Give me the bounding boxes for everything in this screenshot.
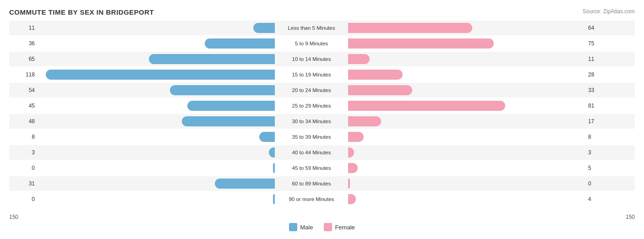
male-value: 48 [9,118,37,125]
female-value: 0 [586,180,614,187]
male-value: 8 [9,134,37,140]
female-value: 8 [586,134,614,140]
male-value: 31 [9,180,37,187]
legend: Male Female [9,223,635,231]
female-value: 4 [586,196,614,202]
female-bar [348,23,472,33]
right-bar-container [348,116,586,126]
bar-label: 35 to 39 Minutes [275,134,348,140]
male-value: 36 [9,40,37,47]
male-color-swatch [289,223,297,231]
bar-row: 31 60 to 89 Minutes 0 [9,176,635,191]
left-bar-container [37,116,275,126]
female-bar [348,163,358,173]
right-bar-container [348,101,586,111]
male-value: 65 [9,56,37,62]
bar-row: 45 25 to 29 Minutes 81 [9,98,635,113]
bar-row: 3 40 to 44 Minutes 3 [9,145,635,160]
left-bar-container [37,54,275,64]
bar-label: 40 to 44 Minutes [275,150,348,155]
left-bar-container [37,163,275,173]
legend-female: Female [324,223,355,231]
female-value: 11 [586,56,614,62]
bar-label: 90 or more Minutes [275,196,348,202]
female-value: 28 [586,71,614,78]
bars-area: 11 Less than 5 Minutes 64 36 5 to 9 Minu… [9,21,635,213]
female-bar [348,194,356,204]
female-value: 75 [586,40,614,47]
right-bar-container [348,38,586,49]
right-bar-container [348,23,586,33]
female-value: 81 [586,103,614,109]
right-bar-container [348,132,586,142]
male-value: 0 [9,196,37,202]
axis-labels: 150 150 [9,214,635,220]
right-bar-container [348,147,586,158]
female-value: 5 [586,165,614,171]
bar-row: 65 10 to 14 Minutes 11 [9,52,635,66]
male-value: 3 [9,149,37,156]
female-bar [348,116,381,126]
male-bar [149,54,275,64]
right-bar-container [348,163,586,173]
chart-title: COMMUTE TIME BY SEX IN BRIDGEPORT [9,8,635,16]
male-value: 0 [9,165,37,171]
bar-row: 0 45 to 59 Minutes 5 [9,161,635,175]
bar-label: 10 to 14 Minutes [275,56,348,62]
axis-right-label: 150 [626,214,635,220]
right-bar-container [348,85,586,95]
male-bar [259,132,275,142]
female-color-swatch [324,223,332,231]
female-bar [348,147,354,158]
bar-label: Less than 5 Minutes [275,25,348,31]
bar-label: 30 to 34 Minutes [275,119,348,124]
left-bar-container [37,132,275,142]
right-bar-container [348,194,586,204]
male-value: 45 [9,103,37,109]
bar-row: 8 35 to 39 Minutes 8 [9,130,635,144]
bar-row: 54 20 to 24 Minutes 33 [9,83,635,98]
male-bar [215,179,275,189]
male-bar [182,116,275,126]
female-bar [348,85,412,95]
female-bar [348,54,370,64]
bar-label: 15 to 19 Minutes [275,72,348,77]
bar-label: 45 to 59 Minutes [275,165,348,171]
female-bar [348,70,403,80]
axis-left-label: 150 [9,214,18,220]
right-bar-container [348,70,586,80]
female-value: 33 [586,87,614,93]
female-bar [348,132,364,142]
bar-label: 25 to 29 Minutes [275,103,348,109]
left-bar-container [37,101,275,111]
bar-row: 118 15 to 19 Minutes 28 [9,67,635,82]
female-bar [348,101,505,111]
male-bar [187,101,275,111]
male-bar [253,23,275,33]
left-bar-container [37,194,275,204]
left-bar-container [37,179,275,189]
female-value: 64 [586,25,614,31]
male-value: 11 [9,25,37,31]
left-bar-container [37,38,275,49]
female-value: 17 [586,118,614,125]
bar-label: 20 to 24 Minutes [275,87,348,93]
right-bar-container [348,54,586,64]
legend-male: Male [289,223,313,231]
left-bar-container [37,70,275,80]
female-bar [348,38,494,49]
bar-row: 0 90 or more Minutes 4 [9,192,635,206]
female-value: 3 [586,149,614,156]
bar-row: 36 5 to 9 Minutes 75 [9,36,635,51]
female-label: Female [335,224,355,231]
male-value: 118 [9,71,37,78]
bar-row: 48 30 to 34 Minutes 17 [9,114,635,129]
right-bar-container [348,179,586,189]
left-bar-container [37,85,275,95]
left-bar-container [37,147,275,158]
bar-row: 11 Less than 5 Minutes 64 [9,21,635,35]
bar-label: 5 to 9 Minutes [275,41,348,46]
male-value: 54 [9,87,37,93]
male-bar [46,70,275,80]
bar-label: 60 to 89 Minutes [275,181,348,186]
